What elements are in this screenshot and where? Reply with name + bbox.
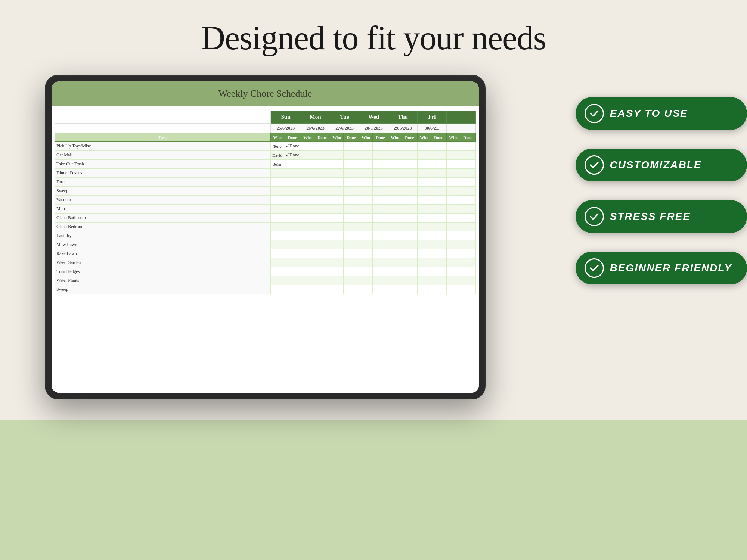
table-row: Take Out TrashJohn (55, 160, 476, 169)
day-who (359, 267, 373, 276)
day-who (301, 285, 314, 294)
day-done (314, 258, 330, 267)
day-who (388, 249, 402, 258)
extra-done (460, 240, 476, 249)
sun-done (284, 205, 301, 214)
day-who (388, 214, 402, 223)
task-name: Trim Hedges (55, 267, 271, 276)
table-row: Get MailDavid✓Done (55, 151, 476, 160)
day-done (314, 285, 330, 294)
day-who (301, 276, 314, 285)
badge-beginner-friendly: BEGINNER FRIENDLY (576, 252, 747, 284)
day-who (301, 258, 314, 267)
day-done (431, 240, 447, 249)
sun-who (271, 178, 284, 187)
extra-who (447, 196, 460, 205)
day-done (402, 285, 418, 294)
sun-who (271, 169, 284, 178)
sun-done-header: Done (284, 133, 301, 142)
day-done (314, 231, 330, 240)
table-row: Clean Bathroom (55, 214, 476, 223)
day-who (388, 267, 402, 276)
table-row: Mop (55, 205, 476, 214)
empty-date (55, 124, 271, 133)
day-who (330, 169, 344, 178)
day-who (301, 142, 314, 151)
day-who (388, 223, 402, 231)
sun-done (284, 187, 301, 196)
stress-free-icon (585, 207, 604, 226)
day-done (373, 276, 388, 285)
beginner-friendly-icon (585, 258, 604, 278)
task-label: Task (55, 133, 271, 142)
extra-who (447, 169, 460, 178)
day-done (373, 160, 388, 169)
day-who (418, 249, 431, 258)
day-who (388, 160, 402, 169)
badge-stress-free: STRESS FREE (576, 200, 747, 233)
task-name: Pick Up Toys/Misc (55, 142, 271, 151)
day-done (344, 276, 359, 285)
extra-header (447, 111, 476, 124)
extra-who (447, 142, 460, 151)
page-title: Designed to fit your needs (0, 19, 747, 57)
day-done (373, 151, 388, 160)
day-done (431, 169, 447, 178)
day-done (431, 223, 447, 231)
extra-done (460, 151, 476, 160)
day-who (418, 231, 431, 240)
sun-done (284, 258, 301, 267)
day-who (330, 223, 344, 231)
extra-who (447, 258, 460, 267)
day-done (344, 249, 359, 258)
day-done (314, 267, 330, 276)
beginner-friendly-label: BEGINNER FRIENDLY (610, 262, 732, 274)
day-who (388, 178, 402, 187)
day-done (373, 205, 388, 214)
mon-done-header: Done (314, 133, 330, 142)
day-done (344, 151, 359, 160)
day-done (373, 231, 388, 240)
day-who (388, 276, 402, 285)
sun-who (271, 258, 284, 267)
day-done (431, 160, 447, 169)
day-who (330, 249, 344, 258)
sun-who: Terry (271, 142, 284, 151)
day-done (402, 169, 418, 178)
day-who (359, 258, 373, 267)
easy-to-use-label: EASY TO USE (610, 108, 688, 119)
task-name: Dinner Dishes (55, 169, 271, 178)
day-who (359, 249, 373, 258)
day-who (301, 223, 314, 231)
sun-date: 25/6/2023 (271, 124, 301, 133)
spreadsheet-title: Weekly Chore Schedule (52, 81, 479, 106)
day-done (373, 240, 388, 249)
day-done (373, 285, 388, 294)
day-who (418, 223, 431, 231)
task-name: Water Plants (55, 276, 271, 285)
extra-who (447, 240, 460, 249)
sun-who (271, 276, 284, 285)
day-header-row: Sun Mon Tue Wed Thu Fri (55, 111, 476, 124)
table-row: Rake Lawn (55, 249, 476, 258)
task-name: Rake Lawn (55, 249, 271, 258)
day-who (301, 178, 314, 187)
wed-date: 28/6/2023 (359, 124, 388, 133)
spreadsheet-content: Sun Mon Tue Wed Thu Fri 25/6/2023 (52, 106, 479, 393)
day-who (359, 240, 373, 249)
day-who (330, 231, 344, 240)
day-done (344, 187, 359, 196)
day-who (359, 160, 373, 169)
extra-done (460, 187, 476, 196)
table-row: Trim Hedges (55, 267, 476, 276)
day-who (388, 151, 402, 160)
extra-done (460, 231, 476, 240)
day-who (388, 196, 402, 205)
day-who (359, 276, 373, 285)
day-who (359, 196, 373, 205)
sub-header-row: Task Who Done Who Done Who Done Who Done… (55, 133, 476, 142)
badge-customizable: CUSTOMIZABLE (576, 149, 747, 181)
day-who (359, 231, 373, 240)
extra-who (447, 151, 460, 160)
day-who (330, 240, 344, 249)
